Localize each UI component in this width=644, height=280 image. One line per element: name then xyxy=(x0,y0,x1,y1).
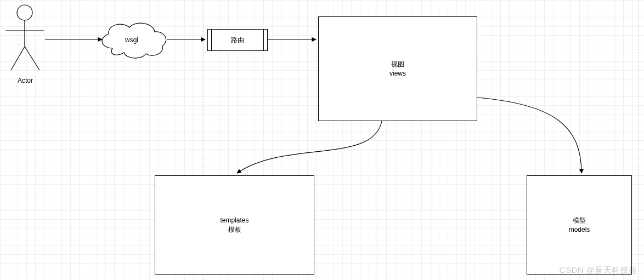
models-node: 模型 models xyxy=(527,175,632,275)
templates-label-line1: templates xyxy=(220,216,248,225)
actor-label: Actor xyxy=(10,77,41,84)
models-label-line1: 模型 xyxy=(569,216,590,225)
views-node: 视图 views xyxy=(318,16,477,121)
wsgi-label: wsgi xyxy=(125,36,138,44)
templates-label-line2: 模板 xyxy=(220,225,248,235)
router-label: 路由 xyxy=(231,36,244,45)
views-label-line1: 视图 xyxy=(389,60,406,69)
page-divider xyxy=(638,0,639,280)
models-label-line2: models xyxy=(569,225,590,235)
templates-node: templates 模板 xyxy=(155,175,314,275)
watermark: CSDN @景天科技苑 xyxy=(560,265,637,276)
router-node: 路由 xyxy=(207,29,268,51)
views-label-line2: views xyxy=(389,69,406,78)
